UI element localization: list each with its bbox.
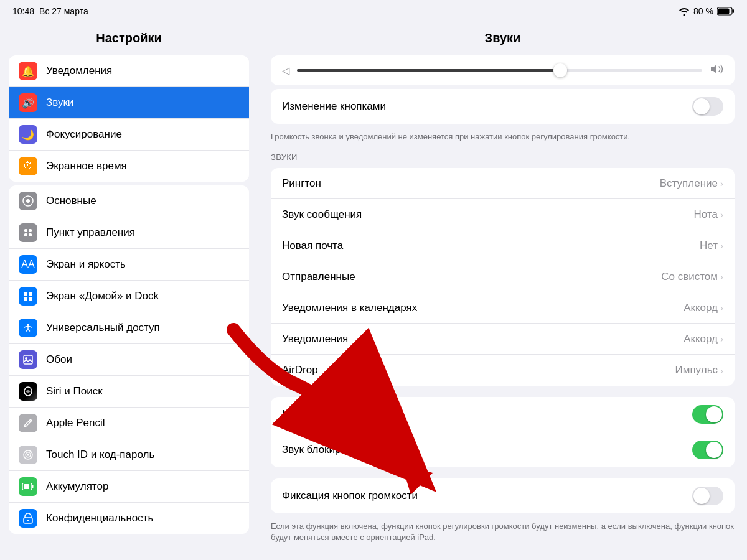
- accessibility-icon: [19, 319, 37, 337]
- controlcenter-label: Пункт управления: [46, 226, 135, 239]
- status-left: 10:48 Вс 27 марта: [12, 6, 88, 16]
- svg-rect-9: [24, 292, 27, 296]
- screentime-icon: ⏱: [19, 157, 37, 175]
- svg-rect-1: [733, 9, 735, 13]
- lock-label: Звук блокировки: [282, 444, 363, 456]
- sidebar-item-pencil[interactable]: Apple Pencil: [9, 408, 249, 439]
- svg-rect-12: [29, 297, 32, 301]
- volume-low-icon: ◁: [282, 65, 289, 77]
- slider-thumb: [553, 63, 567, 77]
- ringtone-chevron: ›: [720, 178, 723, 189]
- screentime-label: Экранное время: [46, 160, 127, 172]
- wallpaper-icon: [19, 350, 37, 369]
- calendar-value: Аккорд ›: [684, 302, 723, 314]
- sidebar-item-siri[interactable]: Siri и Поиск: [9, 376, 249, 408]
- change-buttons-toggle[interactable]: [692, 97, 723, 116]
- notifications-label: Уведомления: [46, 65, 112, 77]
- airdrop-row[interactable]: AirDrop Импульс ›: [271, 355, 735, 386]
- ringtone-value: Вступление ›: [660, 177, 723, 190]
- lock-volume-toggle[interactable]: [692, 487, 723, 505]
- reminders-value: Аккорд ›: [684, 333, 723, 345]
- sidebar-item-wallpaper[interactable]: Обои: [9, 344, 249, 376]
- keyboard-toggle[interactable]: [692, 405, 723, 424]
- sidebar-group-1: 🔔 Уведомления 🔊 Звуки 🌙 Фокусирование ⏱ …: [9, 55, 249, 182]
- ringtone-row[interactable]: Рингтон Вступление ›: [271, 168, 735, 199]
- sidebar-item-notifications[interactable]: 🔔 Уведомления: [9, 55, 249, 87]
- wallpaper-label: Обои: [46, 353, 72, 366]
- display-label: Экран и яркость: [46, 258, 126, 271]
- volume-high-icon: [710, 64, 723, 77]
- newmail-label: Новая почта: [282, 240, 343, 252]
- sounds-section-header: ЗВУКИ: [258, 149, 747, 164]
- general-icon: [19, 192, 37, 210]
- sent-row[interactable]: Отправленные Со свистом ›: [271, 261, 735, 292]
- sidebar-item-screentime[interactable]: ⏱ Экранное время: [9, 151, 249, 182]
- sidebar-item-display[interactable]: AA Экран и яркость: [9, 249, 249, 281]
- svg-rect-6: [29, 229, 32, 232]
- sidebar-item-controlcenter[interactable]: Пункт управления: [9, 217, 249, 249]
- svg-point-4: [26, 199, 30, 203]
- sidebar-item-sounds[interactable]: 🔊 Звуки: [9, 87, 249, 119]
- svg-rect-10: [29, 292, 32, 296]
- newmail-chevron: ›: [720, 240, 723, 251]
- svg-rect-8: [29, 233, 32, 236]
- status-right: 80 %: [679, 6, 735, 16]
- sounds-section: Рингтон Вступление › Звук сообщения Нота…: [271, 168, 735, 386]
- svg-rect-22: [24, 484, 29, 489]
- calendar-label: Уведомления в календарях: [282, 302, 417, 314]
- display-icon: AA: [19, 255, 37, 274]
- general-label: Основные: [46, 195, 96, 207]
- ringtone-label: Рингтон: [282, 177, 321, 190]
- calendar-row[interactable]: Уведомления в календарях Аккорд ›: [271, 292, 735, 324]
- pencil-icon: [19, 414, 37, 432]
- volume-row: ◁: [271, 55, 735, 85]
- sidebar-item-touchid[interactable]: Touch ID и код-пароль: [9, 439, 249, 471]
- sidebar-item-home[interactable]: Экран «Домой» и Dock: [9, 281, 249, 312]
- toggle-thumb: [693, 98, 710, 114]
- airdrop-label: AirDrop: [282, 364, 318, 376]
- focus-label: Фокусирование: [46, 128, 122, 141]
- message-chevron: ›: [720, 209, 723, 220]
- keyboard-row: Щелчки клавиатуры: [271, 397, 735, 432]
- change-buttons-label: Изменение кнопками: [282, 100, 386, 113]
- pencil-label: Apple Pencil: [46, 417, 105, 429]
- keyboard-toggle-thumb: [706, 406, 722, 422]
- sent-label: Отправленные: [282, 271, 355, 283]
- volume-slider[interactable]: [297, 69, 702, 72]
- volume-section: ◁: [271, 55, 735, 85]
- sidebar-item-accessibility[interactable]: Универсальный доступ: [9, 312, 249, 344]
- keyboard-label: Щелчки клавиатуры: [282, 408, 380, 421]
- sidebar-item-focus[interactable]: 🌙 Фокусирование: [9, 119, 249, 151]
- keyboard-section: Щелчки клавиатуры Звук блокировки: [271, 397, 735, 467]
- reminders-chevron: ›: [720, 334, 723, 344]
- svg-rect-21: [32, 485, 34, 488]
- lock-toggle[interactable]: [692, 441, 723, 459]
- lock-volume-footer: Если эта функция включена, функции кнопо…: [258, 517, 747, 549]
- message-label: Звук сообщения: [282, 208, 362, 221]
- home-label: Экран «Домой» и Dock: [46, 290, 159, 302]
- calendar-chevron: ›: [720, 302, 723, 313]
- privacy-label: Конфиденциальность: [46, 512, 153, 525]
- sidebar-title: Настройки: [0, 22, 258, 52]
- svg-rect-2: [718, 9, 730, 14]
- sidebar-item-battery[interactable]: Аккумулятор: [9, 471, 249, 503]
- svg-point-19: [27, 454, 29, 456]
- reminders-row[interactable]: Уведомления Аккорд ›: [271, 324, 735, 355]
- message-row[interactable]: Звук сообщения Нота ›: [271, 199, 735, 230]
- sidebar: Настройки 🔔 Уведомления 🔊 Звуки 🌙 Фокуси…: [0, 22, 258, 560]
- notifications-icon: 🔔: [19, 62, 37, 80]
- touchid-icon: [19, 446, 37, 464]
- svg-rect-7: [24, 233, 27, 236]
- svg-point-24: [27, 520, 29, 521]
- wifi-icon: [679, 7, 690, 16]
- lock-volume-toggle-thumb: [693, 488, 710, 504]
- accessibility-label: Универсальный доступ: [46, 322, 160, 334]
- focus-icon: 🌙: [19, 125, 37, 144]
- message-value: Нота ›: [694, 208, 723, 221]
- newmail-row[interactable]: Новая почта Нет ›: [271, 230, 735, 261]
- airdrop-value: Импульс ›: [675, 364, 723, 376]
- newmail-value: Нет ›: [700, 240, 723, 252]
- sidebar-item-privacy[interactable]: Конфиденциальность: [9, 503, 249, 534]
- sent-value: Со свистом ›: [661, 271, 723, 283]
- sidebar-item-general[interactable]: Основные: [9, 185, 249, 217]
